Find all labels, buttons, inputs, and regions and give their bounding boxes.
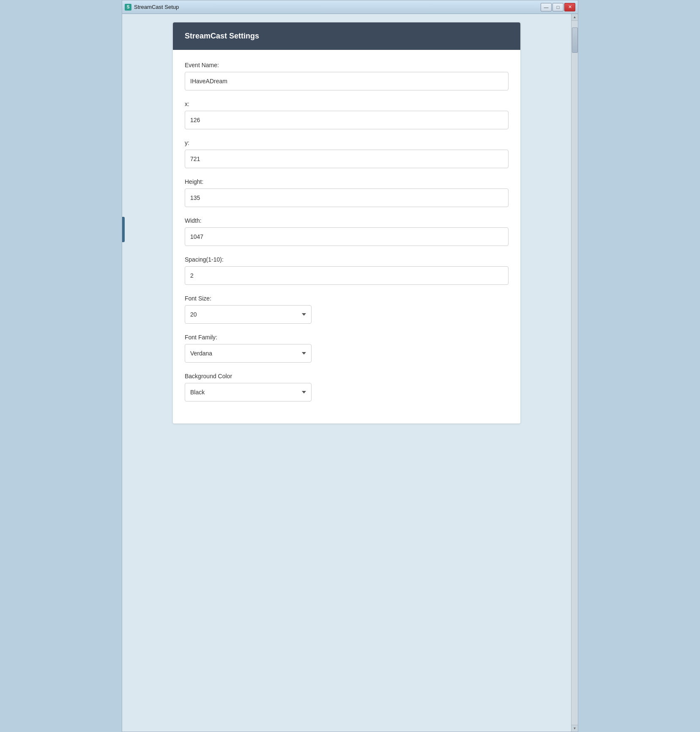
font-size-label: Font Size: [185,295,509,302]
y-label: y: [185,139,509,146]
spacing-label: Spacing(1-10): [185,256,509,263]
x-group: x: [185,101,509,129]
height-input[interactable] [185,188,509,207]
event-name-group: Event Name: [185,62,509,90]
app-window: S StreamCast Setup — □ ✕ StreamCast Sett… [122,0,578,732]
app-icon: S [125,4,131,11]
event-name-input[interactable] [185,72,509,90]
font-family-label: Font Family: [185,334,509,341]
scrollbar-thumb[interactable] [572,27,578,53]
spacing-input[interactable] [185,266,509,285]
font-family-select[interactable]: Arial Courier New Georgia Tahoma Times N… [185,344,312,363]
width-group: Width: [185,217,509,246]
height-group: Height: [185,178,509,207]
font-size-group: Font Size: 10 12 14 16 18 20 22 24 26 28 [185,295,509,324]
minimize-button[interactable]: — [541,3,552,11]
title-bar: S StreamCast Setup — □ ✕ [122,0,578,14]
bg-color-select[interactable]: Black White Red Blue Green Yellow Gray [185,383,312,402]
window-title: StreamCast Setup [134,4,179,10]
font-size-select[interactable]: 10 12 14 16 18 20 22 24 26 28 30 [185,305,312,324]
settings-header: StreamCast Settings [173,22,520,50]
main-area: StreamCast Settings Event Name: x: [122,14,571,732]
bg-color-group: Background Color Black White Red Blue Gr… [185,373,509,402]
bg-color-label: Background Color [185,373,509,380]
maximize-button[interactable]: □ [552,3,563,11]
width-input[interactable] [185,227,509,246]
font-family-group: Font Family: Arial Courier New Georgia T… [185,334,509,363]
settings-panel: StreamCast Settings Event Name: x: [173,22,520,423]
settings-body: Event Name: x: y: Heigh [173,50,520,423]
spacing-group: Spacing(1-10): [185,256,509,285]
left-accent-bar [122,217,125,242]
x-label: x: [185,101,509,107]
height-label: Height: [185,178,509,185]
title-bar-left: S StreamCast Setup [125,4,179,11]
window-controls: — □ ✕ [541,3,575,11]
scroll-up-arrow[interactable]: ▲ [571,14,578,21]
y-group: y: [185,139,509,168]
event-name-label: Event Name: [185,62,509,68]
scrollbar: ▲ ▼ [571,14,578,732]
width-label: Width: [185,217,509,224]
close-button[interactable]: ✕ [564,3,575,11]
settings-title: StreamCast Settings [185,32,259,40]
scroll-down-arrow[interactable]: ▼ [571,725,578,732]
y-input[interactable] [185,150,509,168]
x-input[interactable] [185,111,509,129]
window-content: StreamCast Settings Event Name: x: [122,14,578,732]
